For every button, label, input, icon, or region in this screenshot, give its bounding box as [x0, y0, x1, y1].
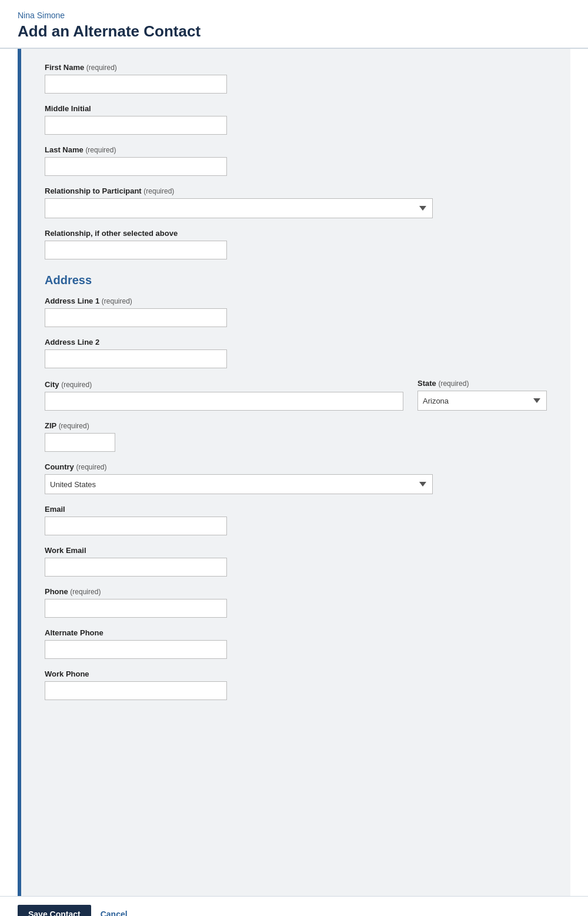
country-label: Country (required) — [45, 462, 547, 471]
cancel-button[interactable]: Cancel — [101, 910, 128, 916]
zip-label: ZIP (required) — [45, 421, 547, 430]
page-header: Nina Simone Add an Alternate Contact — [0, 0, 588, 49]
form-container: First Name (required) Middle Initial Las… — [21, 49, 570, 896]
phone-group: Phone (required) — [45, 587, 547, 618]
work-phone-label: Work Phone — [45, 669, 547, 678]
country-group: Country (required) United States Canada … — [45, 462, 547, 494]
breadcrumb: Nina Simone — [18, 11, 570, 20]
state-select[interactable]: Alabama Alaska Arizona Arkansas Californ… — [417, 391, 547, 411]
work-phone-input[interactable] — [45, 681, 227, 700]
relationship-other-label: Relationship, if other selected above — [45, 229, 547, 238]
phone-input[interactable] — [45, 599, 227, 618]
city-input[interactable] — [45, 392, 403, 411]
main-content: First Name (required) Middle Initial Las… — [0, 49, 588, 896]
city-group: City (required) — [45, 380, 403, 411]
address-line1-input[interactable] — [45, 308, 227, 327]
address-line2-label: Address Line 2 — [45, 338, 547, 347]
alternate-phone-label: Alternate Phone — [45, 628, 547, 637]
zip-group: ZIP (required) — [45, 421, 547, 452]
alternate-phone-input[interactable] — [45, 640, 227, 659]
first-name-label: First Name (required) — [45, 63, 547, 72]
phone-label: Phone (required) — [45, 587, 547, 596]
footer-bar: Save Contact Cancel — [0, 896, 588, 916]
middle-initial-label: Middle Initial — [45, 104, 547, 113]
relationship-other-input[interactable] — [45, 241, 227, 259]
first-name-group: First Name (required) — [45, 63, 547, 94]
work-email-group: Work Email — [45, 546, 547, 577]
work-email-label: Work Email — [45, 546, 547, 555]
last-name-label: Last Name (required) — [45, 145, 547, 154]
relationship-other-group: Relationship, if other selected above — [45, 229, 547, 259]
email-label: Email — [45, 505, 547, 514]
email-group: Email — [45, 505, 547, 535]
city-state-row: City (required) State (required) Alabama… — [45, 379, 547, 411]
relationship-group: Relationship to Participant (required) S… — [45, 186, 547, 218]
zip-input[interactable] — [45, 433, 115, 452]
page-title: Add an Alternate Contact — [18, 22, 570, 41]
state-group: State (required) Alabama Alaska Arizona … — [417, 379, 547, 411]
address-line2-input[interactable] — [45, 349, 227, 368]
state-label: State (required) — [417, 379, 547, 388]
first-name-input[interactable] — [45, 75, 227, 94]
middle-initial-input[interactable] — [45, 116, 227, 135]
email-input[interactable] — [45, 517, 227, 535]
alternate-phone-group: Alternate Phone — [45, 628, 547, 659]
work-email-input[interactable] — [45, 558, 227, 577]
middle-initial-group: Middle Initial — [45, 104, 547, 135]
address-line1-label: Address Line 1 (required) — [45, 297, 547, 305]
address-section-title: Address — [45, 274, 547, 287]
address-line1-group: Address Line 1 (required) — [45, 297, 547, 327]
address-line2-group: Address Line 2 — [45, 338, 547, 368]
relationship-select[interactable]: Spouse Parent Child Sibling Friend Other — [45, 198, 433, 218]
work-phone-group: Work Phone — [45, 669, 547, 700]
relationship-label: Relationship to Participant (required) — [45, 186, 547, 195]
save-contact-button[interactable]: Save Contact — [18, 905, 91, 916]
country-select[interactable]: United States Canada Mexico United Kingd… — [45, 474, 433, 494]
last-name-group: Last Name (required) — [45, 145, 547, 176]
last-name-input[interactable] — [45, 157, 227, 176]
city-label: City (required) — [45, 380, 403, 389]
